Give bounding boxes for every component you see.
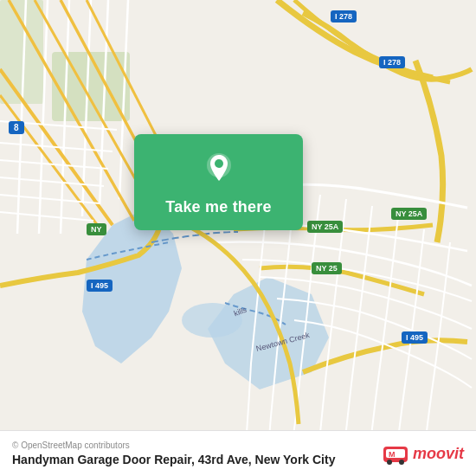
location-name: Handyman Garage Door Repair, 43rd Ave, N… [12, 453, 335, 466]
copyright-text: © OpenStreetMap contributors [12, 441, 335, 450]
moovit-icon: M [382, 440, 409, 467]
svg-line-21 [0, 195, 100, 203]
badge-ny: NY [87, 223, 106, 235]
badge-8: 8 [9, 121, 24, 134]
svg-line-18 [0, 143, 113, 151]
bottom-left: © OpenStreetMap contributors Handyman Ga… [12, 441, 335, 466]
svg-point-24 [215, 159, 223, 168]
moovit-text: moovit [413, 445, 464, 463]
svg-line-20 [0, 177, 104, 186]
badge-i495-2: I 495 [402, 331, 428, 344]
bottom-bar: © OpenStreetMap contributors Handyman Ga… [0, 430, 476, 476]
svg-point-28 [399, 460, 404, 465]
map-roads [0, 0, 476, 476]
badge-i278-2: I 278 [379, 56, 405, 68]
badge-ny25a-1: NY 25A [307, 221, 343, 233]
svg-point-27 [387, 460, 392, 465]
svg-text:M: M [389, 450, 396, 459]
moovit-logo: M moovit [382, 440, 464, 467]
badge-ny25: NY 25 [312, 262, 342, 274]
svg-point-2 [182, 303, 242, 338]
cta-card[interactable]: Take me there [134, 134, 303, 230]
location-pin-icon [200, 150, 238, 188]
badge-i278-1: I 278 [331, 10, 357, 23]
badge-i495-1: I 495 [87, 280, 113, 292]
badge-ny25a-2: NY 25A [391, 208, 427, 220]
map-container: I 278 I 278 8 NY NY 25A NY 25A NY 25 I 4… [0, 0, 476, 476]
svg-line-22 [0, 212, 93, 221]
cta-label[interactable]: Take me there [165, 198, 271, 216]
